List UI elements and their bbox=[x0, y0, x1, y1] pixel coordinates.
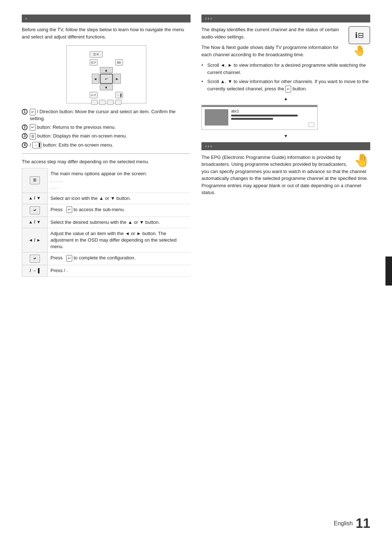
dpad-ok: ↵ bbox=[100, 74, 113, 84]
menu-icon: ☰ bbox=[30, 133, 36, 140]
list-item-1: 1 ↵ / Direction button: Move the cursor … bbox=[22, 108, 191, 122]
footer-page-number: 11 bbox=[356, 516, 370, 531]
channel-subtitle-bar bbox=[231, 118, 273, 120]
btn-a: ⊡↗ bbox=[90, 59, 98, 66]
step-4: ▲ / ▼ Select the desired submenu with th… bbox=[22, 217, 191, 228]
step-6-icon: ↵ bbox=[22, 252, 48, 265]
divider bbox=[22, 153, 191, 154]
hand-icon: 🤚 bbox=[348, 46, 370, 56]
up-arrow-indicator: ▲ bbox=[201, 96, 370, 101]
channel-small-box bbox=[231, 122, 314, 127]
dpad-left: ◄ bbox=[92, 74, 99, 84]
color-btn-4 bbox=[115, 100, 122, 105]
item-2-text: ↩ button: Returns to the previous menu. bbox=[30, 124, 116, 131]
ok-icon: ↵ bbox=[30, 109, 36, 115]
numbered-list: 1 ↵ / Direction button: Move the cursor … bbox=[22, 108, 191, 148]
step-5-icon: ◄ / ► bbox=[22, 228, 48, 252]
steps-table: ☰ The main menu options appear on the sc… bbox=[22, 168, 191, 276]
small-square-icon bbox=[309, 123, 314, 127]
ok-icon-2: ↵ bbox=[66, 255, 72, 262]
dpad: ▲ ◄ ↵ ► ▼ bbox=[92, 67, 121, 90]
page-footer: English 11 bbox=[334, 516, 370, 531]
press-ok-icon: ↵ bbox=[66, 206, 72, 213]
step-7-desc: Press / . bbox=[48, 265, 191, 276]
step-3-icon: ↵ bbox=[22, 204, 48, 217]
channel-display: abc1 bbox=[201, 105, 318, 130]
item-4-text: / →▐ button: Exits the on-screen menu. bbox=[30, 142, 113, 149]
step-4-desc: Select the desired submenu with the ▲ or… bbox=[48, 217, 191, 228]
step-7: / →▐ Press / . bbox=[22, 265, 191, 276]
exit-icon: →▐ bbox=[32, 142, 41, 148]
step-2: ▲ / ▼ Select an icon with the ▲ or ▼ but… bbox=[22, 193, 191, 204]
dpad-up: ▲ bbox=[100, 67, 113, 73]
channel-label-text: abc1 bbox=[231, 109, 314, 113]
right-section-header: › › › bbox=[201, 15, 370, 22]
hand-remote-diagram: ℹ⊟ 🤚 bbox=[348, 26, 370, 56]
step-5-desc: Adjust the value of an item with the ◄ o… bbox=[48, 228, 191, 252]
number-1: 1 bbox=[22, 109, 28, 115]
epg-section: 🤚 The EPG (Electronic Programme Guide) i… bbox=[201, 154, 370, 200]
channel-display-wrapper: ▲ abc1 ▼ bbox=[201, 96, 370, 139]
ok-btn-icon: ↵ bbox=[30, 206, 40, 214]
display-desc-1: The display identifies the current chann… bbox=[201, 26, 370, 40]
btn-b: ℹ⊟ bbox=[115, 59, 123, 66]
return-icon: ↩ bbox=[30, 124, 36, 131]
step-6-desc: Press ↵ to complete the configuration. bbox=[48, 252, 191, 265]
bullet-2: Scroll ▲, ▼ to view information for othe… bbox=[201, 78, 370, 93]
color-btn-3 bbox=[107, 100, 114, 105]
channel-content: abc1 bbox=[202, 107, 317, 130]
epg-hand-diagram: 🤚 bbox=[354, 154, 370, 167]
step-4-icon: ▲ / ▼ bbox=[22, 217, 48, 228]
scroll-bullets: Scroll ◄, ► to view information for a de… bbox=[201, 62, 370, 93]
menu-btn: ☰⊞ bbox=[90, 51, 103, 58]
step-3: ↵ Press ↵ to access the sub-menu. bbox=[22, 204, 191, 217]
bullet-1: Scroll ◄, ► to view information for a de… bbox=[201, 62, 370, 76]
epg-section-bar: › › › bbox=[201, 142, 370, 150]
channel-thumbnail bbox=[205, 109, 228, 126]
footer-english-label: English bbox=[334, 520, 352, 527]
side-tab bbox=[385, 256, 392, 286]
page: › Before using the TV, follow the steps … bbox=[0, 0, 392, 542]
item-3-text: ☰ button: Displays the main on-screen me… bbox=[30, 133, 127, 140]
dpad-down: ▼ bbox=[100, 85, 113, 90]
channel-info: abc1 bbox=[231, 109, 314, 127]
ok-btn-ref: ↵ bbox=[285, 86, 291, 93]
btn-return: ↩↗ bbox=[90, 92, 98, 98]
list-item-3: 3 ☰ button: Displays the main on-screen … bbox=[22, 133, 191, 140]
step-5: ◄ / ► Adjust the value of an item with t… bbox=[22, 228, 191, 252]
step-1: ☰ The main menu options appear on the sc… bbox=[22, 168, 191, 193]
step-2-icon: ▲ / ▼ bbox=[22, 193, 48, 204]
list-item-4: 4 / →▐ button: Exits the on-screen menu. bbox=[22, 142, 191, 149]
left-section-header: › bbox=[22, 15, 191, 22]
ok-complete-icon: ↵ bbox=[30, 255, 40, 263]
btn-exit: →▐ bbox=[115, 92, 123, 98]
list-item-2: 2 ↩ button: Returns to the previous menu… bbox=[22, 124, 191, 131]
remote-thumb-icon: ℹ⊟ bbox=[348, 26, 370, 44]
epg-hand-icon: 🤚 bbox=[354, 154, 370, 167]
dpad-right: ► bbox=[114, 74, 121, 84]
number-3: 3 bbox=[22, 133, 28, 139]
step-1-desc: The main menu options appear on the scre… bbox=[48, 168, 191, 193]
color-btn-2 bbox=[99, 100, 106, 105]
remote-icon: ℹ⊟ bbox=[355, 31, 364, 40]
color-btn-1 bbox=[91, 100, 98, 105]
step-2-desc: Select an icon with the ▲ or ▼ button. bbox=[48, 193, 191, 204]
epg-text: The EPG (Electronic Programme Guide) inf… bbox=[201, 154, 370, 196]
intro-text: Before using the TV, follow the steps be… bbox=[22, 26, 191, 40]
step-6: ↵ Press ↵ to complete the configuration. bbox=[22, 252, 191, 265]
step-3-desc: Press ↵ to access the sub-menu. bbox=[48, 204, 191, 217]
right-column: › › › ℹ⊟ 🤚 The display identifies the cu… bbox=[201, 15, 370, 280]
display-desc-2: The Now & Next guide shows daily TV prog… bbox=[201, 44, 370, 58]
step-7-icon: / →▐ bbox=[22, 265, 48, 276]
item-1-text: ↵ / Direction button: Move the cursor an… bbox=[30, 108, 191, 122]
number-2: 2 bbox=[22, 124, 28, 130]
remote-diagram: ☰⊞ ⊡↗ ℹ⊟ ▲ ◄ ↵ bbox=[66, 45, 146, 103]
main-content: › Before using the TV, follow the steps … bbox=[22, 15, 370, 280]
down-arrow-indicator: ▼ bbox=[201, 134, 370, 139]
left-column: › Before using the TV, follow the steps … bbox=[22, 15, 191, 280]
access-note: The access step may differ depending on … bbox=[22, 159, 191, 164]
main-menu-icon: ☰ bbox=[30, 176, 40, 184]
number-4: 4 bbox=[22, 142, 28, 148]
step-1-icon: ☰ bbox=[22, 168, 48, 193]
channel-title-bar bbox=[231, 115, 298, 116]
